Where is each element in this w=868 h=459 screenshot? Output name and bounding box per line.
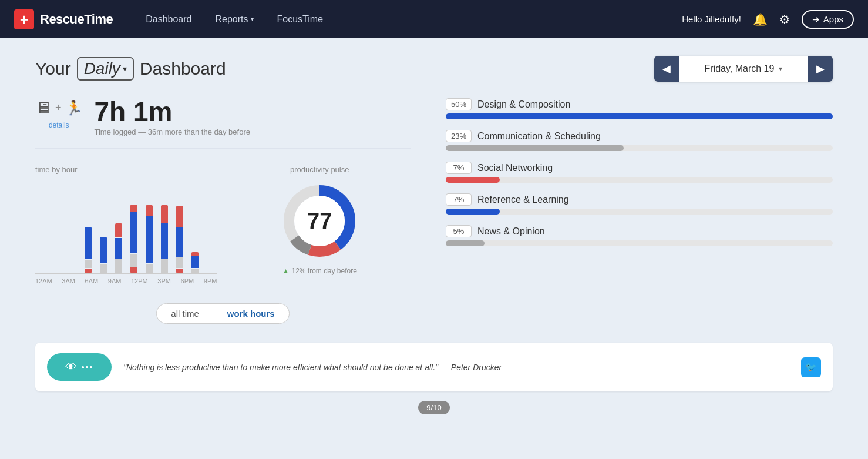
bar-group-6 <box>127 205 140 273</box>
date-nav: ◀ Friday, March 19 ▾ ▶ <box>654 56 833 82</box>
your-label: Your <box>35 59 71 79</box>
twitter-icon: 🐦 <box>805 361 817 373</box>
daily-label: Daily <box>84 59 120 78</box>
right-panel: 50% Design & Composition 23% Communicati… <box>434 98 833 324</box>
x-label-12am: 12AM <box>35 277 52 284</box>
social-pct: 7% <box>446 162 472 174</box>
left-panel: 🖥 + 🏃 details 7h 1m Time logged — 36m mo… <box>35 98 434 324</box>
news-bar-fill <box>446 240 485 246</box>
news-pct: 5% <box>446 225 472 237</box>
category-comm-header: 23% Communication & Scheduling <box>446 130 833 142</box>
design-bar-track <box>446 113 833 119</box>
eye-button[interactable]: 👁 ••• <box>47 353 112 381</box>
work-hours-button[interactable]: work hours <box>213 304 289 323</box>
x-label-9am: 9AM <box>108 277 122 284</box>
comm-bar-fill <box>446 145 624 151</box>
logo-text: RescueTime <box>40 12 113 27</box>
nav-reports[interactable]: Reports ▾ <box>211 12 258 27</box>
bar-chart <box>35 180 217 274</box>
charts-row: time by hour 12AM 3AM 6AM 9AM 12PM 3PM 6… <box>35 165 411 284</box>
device-icons: 🖥 + 🏃 details <box>35 98 83 129</box>
logo-icon <box>14 9 34 29</box>
page-title: Your Daily ▾ Dashboard <box>35 57 226 81</box>
category-social-header: 7% Social Networking <box>446 162 833 174</box>
details-link[interactable]: details <box>49 121 69 129</box>
time-total: 7h 1m Time logged — 36m more than the da… <box>95 98 250 136</box>
eye-dots: ••• <box>82 363 94 372</box>
nav-dashboard[interactable]: Dashboard <box>141 12 196 27</box>
news-bar-track <box>446 240 833 246</box>
bar-group-10 <box>188 252 201 273</box>
x-label-12pm: 12PM <box>131 277 148 284</box>
dashboard-label: Dashboard <box>140 59 226 79</box>
bar-group-3 <box>81 227 95 273</box>
comm-name: Communication & Scheduling <box>477 131 601 142</box>
time-subtitle: Time logged — 36m more than the day befo… <box>95 128 250 136</box>
time-by-hour-chart: time by hour 12AM 3AM 6AM 9AM 12PM 3PM 6… <box>35 165 217 284</box>
social-bar-fill <box>446 177 500 183</box>
reports-caret-icon: ▾ <box>251 16 254 22</box>
category-design: 50% Design & Composition <box>446 98 833 119</box>
nav-links: Dashboard Reports ▾ FocusTime <box>141 12 328 27</box>
pagination: 9/10 <box>35 401 833 414</box>
date-text: Friday, March 19 <box>705 63 775 74</box>
device-icons-row: 🖥 + 🏃 <box>35 98 83 118</box>
date-display: Friday, March 19 ▾ <box>679 58 808 80</box>
social-bar-track <box>446 177 833 183</box>
pulse-change: ▲ 12% from day before <box>282 267 357 275</box>
all-time-button[interactable]: all time <box>157 304 213 323</box>
runner-icon: 🏃 <box>65 100 83 116</box>
pulse-change-text: 12% from day before <box>291 267 356 275</box>
filter-group: all time work hours <box>156 303 289 324</box>
category-news-header: 5% News & Opinion <box>446 225 833 237</box>
daily-badge[interactable]: Daily ▾ <box>77 57 134 81</box>
twitter-button[interactable]: 🐦 <box>801 357 821 377</box>
apps-button[interactable]: ➜ Apps <box>802 10 854 29</box>
category-communication: 23% Communication & Scheduling <box>446 130 833 151</box>
apps-label: Apps <box>823 14 843 24</box>
eye-icon: 👁 <box>65 360 77 374</box>
date-next-button[interactable]: ▶ <box>808 56 833 82</box>
main-content: Your Daily ▾ Dashboard ◀ Friday, March 1… <box>0 38 868 432</box>
ref-bar-track <box>446 209 833 215</box>
news-name: News & Opinion <box>477 226 545 237</box>
nav-reports-label: Reports <box>216 14 248 25</box>
plus-icon: + <box>55 102 62 114</box>
social-name: Social Networking <box>477 163 553 173</box>
bell-icon[interactable]: 🔔 <box>753 12 768 26</box>
time-filter: all time work hours <box>35 303 411 324</box>
pulse-up-icon: ▲ <box>282 267 290 275</box>
quote-section: 👁 ••• "Nothing is less productive than t… <box>35 343 833 391</box>
nav-focustime[interactable]: FocusTime <box>272 12 328 27</box>
design-bar-fill <box>446 113 833 119</box>
category-ref-header: 7% Reference & Learning <box>446 193 833 206</box>
ref-pct: 7% <box>446 193 472 206</box>
design-pct: 50% <box>446 98 472 110</box>
quote-text: "Nothing is less productive than to make… <box>123 363 789 372</box>
time-by-hour-label: time by hour <box>35 165 217 174</box>
bar-group-9 <box>173 206 186 273</box>
ref-name: Reference & Learning <box>477 195 569 205</box>
page-indicator: 9/10 <box>418 401 449 414</box>
bar-group-7 <box>142 205 156 273</box>
tools-icon[interactable]: ⚙ <box>779 12 790 26</box>
category-news: 5% News & Opinion <box>446 225 833 246</box>
productivity-pulse-label: productivity pulse <box>290 165 349 174</box>
comm-pct: 23% <box>446 130 472 142</box>
x-label-3pm: 3PM <box>157 277 171 284</box>
dashboard-grid: 🖥 + 🏃 details 7h 1m Time logged — 36m mo… <box>35 98 833 324</box>
x-label-3am: 3AM <box>62 277 75 284</box>
bar-group-5 <box>112 223 125 273</box>
date-prev-button[interactable]: ◀ <box>654 56 679 82</box>
comm-bar-track <box>446 145 833 151</box>
ref-bar-fill <box>446 209 500 215</box>
bar-group-8 <box>157 205 171 273</box>
laptop-icon: 🖥 <box>35 98 52 118</box>
x-label-9pm: 9PM <box>204 277 217 284</box>
hello-text: Hello Jilleduffy! <box>682 14 741 24</box>
design-name: Design & Composition <box>477 99 570 110</box>
category-reference: 7% Reference & Learning <box>446 193 833 215</box>
nav-right: Hello Jilleduffy! 🔔 ⚙ ➜ Apps <box>682 10 854 29</box>
bar-x-labels: 12AM 3AM 6AM 9AM 12PM 3PM 6PM 9PM <box>35 277 217 284</box>
x-label-6am: 6AM <box>85 277 99 284</box>
